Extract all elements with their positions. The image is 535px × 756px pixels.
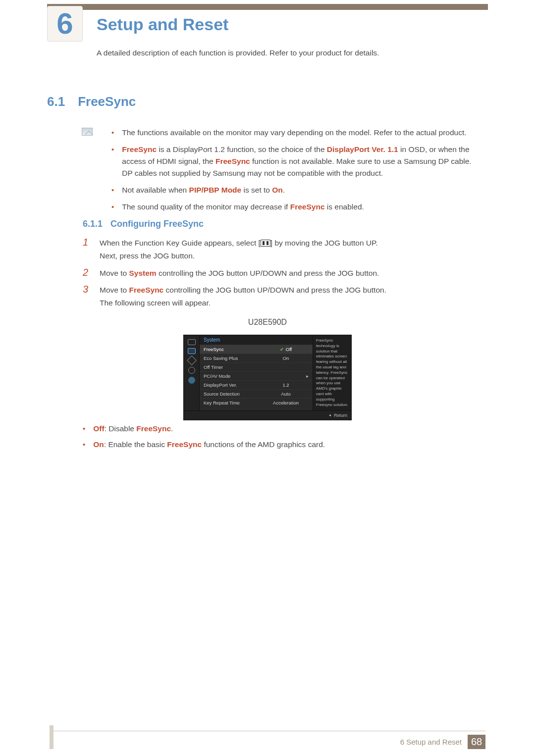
option-text: On: Enable the basic FreeSync functions … — [93, 439, 325, 451]
osd-row-value: Auto — [263, 391, 309, 397]
chapter-number: 6 — [56, 9, 73, 39]
osd-footer: ◂ Return — [184, 410, 351, 420]
osd-row: Eco Saving Plus On — [200, 353, 313, 362]
bullet-icon: • — [111, 184, 114, 196]
step-text: Move to FreeSync controlling the JOG but… — [100, 284, 386, 310]
osd-row: PC/AV Mode ▸ — [200, 371, 313, 380]
note-block: • The functions available on the monitor… — [82, 127, 481, 218]
osd-row-freesync: FreeSync ✔Off — [200, 345, 313, 353]
left-arrow-icon: ◂ — [329, 413, 331, 418]
header-bar — [47, 4, 488, 10]
term-off: Off — [93, 424, 104, 433]
chapter-title: Setup and Reset — [97, 15, 228, 34]
osd-row-label: DisplayPort Ver. — [204, 382, 263, 388]
option-text: Off: Disable FreeSync. — [93, 423, 173, 435]
info-icon — [188, 377, 195, 384]
osd-row-label: Key Repeat Time — [204, 400, 263, 405]
bullet-icon: • — [111, 144, 114, 179]
bullet-icon: • — [111, 201, 114, 213]
term-freesync: FreeSync — [129, 286, 163, 294]
term-freesync: FreeSync — [136, 424, 171, 433]
osd-row: Off Timer — [200, 362, 313, 371]
term-on: On — [93, 440, 104, 449]
monitor-icon — [188, 339, 196, 345]
osd-row: DisplayPort Ver. 1.2 — [200, 380, 313, 389]
steps-list: 1 When the Function Key Guide appears, s… — [83, 237, 481, 314]
osd-row-value: ✔Off — [263, 347, 309, 352]
osd-row-label: Off Timer — [204, 364, 263, 370]
chapter-subtitle: A detailed description of each function … — [97, 47, 481, 59]
chevron-right-icon: ▸ — [303, 373, 309, 379]
section-title: FreeSync — [78, 94, 136, 109]
step-number: 2 — [83, 267, 92, 280]
term-freesync: FreeSync — [215, 157, 250, 165]
osd-row-label: PC/AV Mode — [204, 373, 257, 379]
options-list: • Off: Disable FreeSync. • On: Enable th… — [83, 423, 481, 454]
note-text: Not available when PIP/PBP Mode is set t… — [122, 184, 285, 196]
step-number: 1 — [83, 237, 92, 263]
subsection-number: 6.1.1 — [83, 219, 103, 229]
bullet-icon: • — [111, 127, 114, 139]
osd-row-label: Eco Saving Plus — [204, 355, 263, 361]
footer-chapter-label: 6 Setup and Reset — [400, 735, 468, 749]
section-number: 6.1 — [47, 94, 65, 109]
gear-icon — [188, 367, 195, 374]
step-number: 3 — [83, 284, 92, 310]
chapter-number-badge: 6 — [47, 6, 83, 42]
term-on: On — [272, 186, 283, 194]
note-text: FreeSync is a DisplayPort 1.2 function, … — [122, 144, 481, 179]
subsection-title: Configuring FreeSync — [110, 219, 204, 229]
footer-left-decoration — [50, 725, 54, 749]
picture-icon — [188, 348, 196, 354]
osd-menu: System FreeSync ✔Off Eco Saving Plus On … — [200, 335, 313, 410]
note-text: The sound quality of the monitor may dec… — [122, 201, 364, 213]
check-icon: ✔ — [280, 347, 284, 352]
menu-icon — [261, 240, 270, 247]
osd-side-icons — [184, 335, 200, 410]
osd-row: Key Repeat Time Acceleration — [200, 398, 313, 407]
page-number: 68 — [468, 735, 485, 749]
osd-row-value: Acceleration — [263, 400, 309, 405]
osd-row-label: Source Detection — [204, 391, 263, 397]
navigate-icon — [187, 355, 197, 365]
term-system: System — [129, 269, 156, 277]
term-freesync: FreeSync — [290, 202, 325, 211]
osd-row: Source Detection Auto — [200, 389, 313, 398]
osd-help-text: FreeSync technology is solution that eli… — [313, 335, 351, 410]
section-heading: 6.1 FreeSync — [47, 94, 488, 109]
step-text: Move to System controlling the JOG butto… — [100, 267, 379, 280]
term-pip-pbp: PIP/PBP Mode — [189, 186, 242, 194]
bullet-icon: • — [83, 439, 85, 451]
osd-row-label: FreeSync — [204, 347, 263, 352]
osd-row-value: On — [263, 355, 309, 361]
osd-caption: U28E590D — [0, 318, 535, 327]
footer-divider — [50, 731, 485, 731]
osd-row-value: 1.2 — [263, 382, 309, 388]
term-freesync: FreeSync — [122, 145, 157, 153]
bullet-icon: • — [83, 423, 85, 435]
note-icon — [82, 128, 93, 136]
subsection-heading: 6.1.1 Configuring FreeSync — [83, 219, 481, 229]
osd-menu-title: System — [200, 335, 313, 345]
footer-right: 6 Setup and Reset 68 — [400, 735, 485, 749]
osd-return-label: Return — [334, 413, 347, 418]
term-dp-ver: DisplayPort Ver. 1.1 — [327, 145, 398, 153]
term-freesync: FreeSync — [167, 440, 202, 449]
note-text: The functions available on the monitor m… — [122, 127, 466, 139]
step-text: When the Function Key Guide appears, sel… — [100, 237, 378, 263]
osd-screenshot: System FreeSync ✔Off Eco Saving Plus On … — [183, 335, 352, 420]
